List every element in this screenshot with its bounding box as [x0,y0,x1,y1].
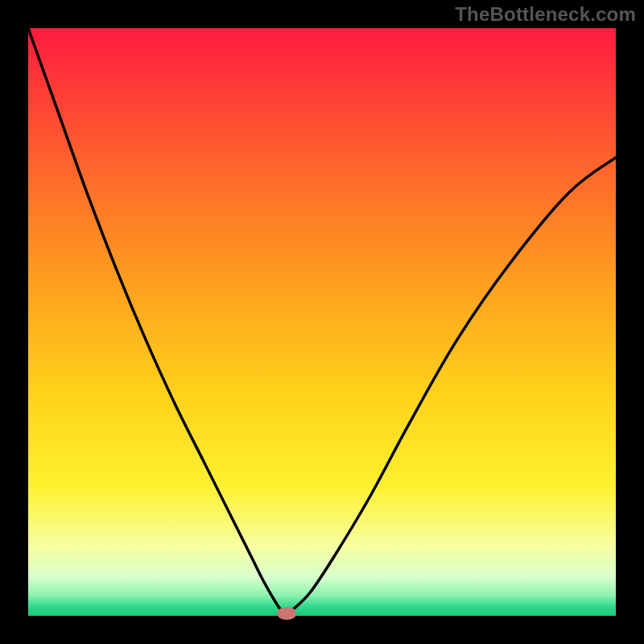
watermark-text: TheBottleneck.com [455,3,636,26]
bottleneck-chart [0,0,644,644]
chart-frame: TheBottleneck.com [0,0,644,644]
plot-background [28,28,616,616]
minimum-marker [277,607,296,620]
